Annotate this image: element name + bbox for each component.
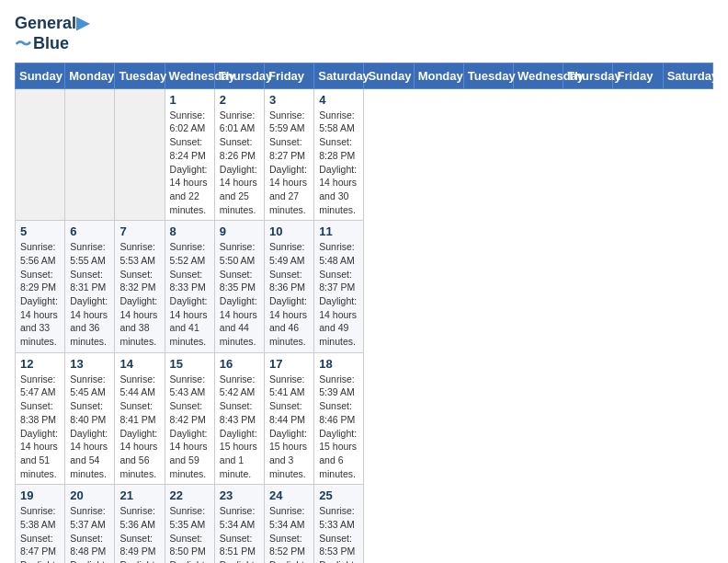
day-number: 7 xyxy=(119,224,159,238)
cell-content: Sunrise: 5:56 AM Sunset: 8:29 PM Dayligh… xyxy=(20,240,60,349)
cell-content: Sunrise: 5:47 AM Sunset: 8:38 PM Dayligh… xyxy=(20,373,60,481)
col-header-saturday: Saturday xyxy=(663,63,712,88)
calendar-cell: 6Sunrise: 5:55 AM Sunset: 8:31 PM Daylig… xyxy=(65,221,115,353)
cell-content: Sunrise: 5:41 AM Sunset: 8:44 PM Dayligh… xyxy=(269,373,309,481)
day-number: 9 xyxy=(220,224,259,238)
cell-content: Sunrise: 5:35 AM Sunset: 8:50 PM Dayligh… xyxy=(170,504,210,563)
col-header-friday: Friday xyxy=(613,63,663,88)
calendar-cell: 7Sunrise: 5:53 AM Sunset: 8:32 PM Daylig… xyxy=(115,221,165,353)
cell-content: Sunrise: 5:34 AM Sunset: 8:52 PM Dayligh… xyxy=(269,504,309,563)
cell-content: Sunrise: 5:36 AM Sunset: 8:49 PM Dayligh… xyxy=(119,504,159,563)
calendar-cell: 13Sunrise: 5:45 AM Sunset: 8:40 PM Dayli… xyxy=(65,352,115,485)
page-header: General▶ 〜 Blue xyxy=(15,15,713,55)
cell-content: Sunrise: 5:53 AM Sunset: 8:32 PM Dayligh… xyxy=(119,240,159,349)
logo-text: General▶ xyxy=(15,15,89,33)
logo-blue-text: Blue xyxy=(33,34,69,53)
day-number: 17 xyxy=(269,357,309,371)
day-number: 16 xyxy=(220,357,259,371)
day-number: 5 xyxy=(20,224,60,238)
cell-content: Sunrise: 5:58 AM Sunset: 8:28 PM Dayligh… xyxy=(319,109,358,217)
calendar-cell: 4Sunrise: 5:58 AM Sunset: 8:28 PM Daylig… xyxy=(314,88,364,221)
day-number: 22 xyxy=(170,488,210,502)
cell-content: Sunrise: 5:44 AM Sunset: 8:41 PM Dayligh… xyxy=(119,373,159,481)
calendar-cell: 18Sunrise: 5:39 AM Sunset: 8:46 PM Dayli… xyxy=(314,352,364,485)
header-saturday: Saturday xyxy=(314,63,364,88)
calendar-cell: 5Sunrise: 5:56 AM Sunset: 8:29 PM Daylig… xyxy=(16,221,65,353)
col-header-wednesday: Wednesday xyxy=(514,63,563,88)
day-number: 20 xyxy=(70,488,109,502)
week-row-3: 12Sunrise: 5:47 AM Sunset: 8:38 PM Dayli… xyxy=(16,352,713,485)
calendar-cell: 8Sunrise: 5:52 AM Sunset: 8:33 PM Daylig… xyxy=(165,221,214,353)
cell-content: Sunrise: 5:59 AM Sunset: 8:27 PM Dayligh… xyxy=(269,109,309,217)
calendar-header-row: SundayMondayTuesdayWednesdayThursdayFrid… xyxy=(16,63,713,88)
calendar-cell: 23Sunrise: 5:34 AM Sunset: 8:51 PM Dayli… xyxy=(214,485,264,563)
cell-content: Sunrise: 5:43 AM Sunset: 8:42 PM Dayligh… xyxy=(170,373,210,481)
day-number: 14 xyxy=(119,357,159,371)
header-tuesday: Tuesday xyxy=(115,63,165,88)
cell-content: Sunrise: 5:52 AM Sunset: 8:33 PM Dayligh… xyxy=(170,240,210,349)
calendar-cell: 10Sunrise: 5:49 AM Sunset: 8:36 PM Dayli… xyxy=(265,221,314,353)
calendar-cell xyxy=(65,88,115,221)
day-number: 21 xyxy=(119,488,159,502)
calendar-cell: 3Sunrise: 5:59 AM Sunset: 8:27 PM Daylig… xyxy=(265,88,314,221)
day-number: 10 xyxy=(269,224,309,238)
calendar-cell: 9Sunrise: 5:50 AM Sunset: 8:35 PM Daylig… xyxy=(214,221,264,353)
cell-content: Sunrise: 5:33 AM Sunset: 8:53 PM Dayligh… xyxy=(319,504,358,563)
cell-content: Sunrise: 5:48 AM Sunset: 8:37 PM Dayligh… xyxy=(319,240,358,349)
calendar-cell: 17Sunrise: 5:41 AM Sunset: 8:44 PM Dayli… xyxy=(265,352,314,485)
logo: General▶ 〜 Blue xyxy=(15,15,89,55)
cell-content: Sunrise: 5:42 AM Sunset: 8:43 PM Dayligh… xyxy=(220,373,259,481)
calendar-cell: 21Sunrise: 5:36 AM Sunset: 8:49 PM Dayli… xyxy=(115,485,165,563)
header-wednesday: Wednesday xyxy=(165,63,214,88)
day-number: 25 xyxy=(319,488,358,502)
day-number: 2 xyxy=(220,93,259,107)
calendar-cell: 12Sunrise: 5:47 AM Sunset: 8:38 PM Dayli… xyxy=(16,352,65,485)
day-number: 24 xyxy=(269,488,309,502)
day-number: 19 xyxy=(20,488,60,502)
cell-content: Sunrise: 5:34 AM Sunset: 8:51 PM Dayligh… xyxy=(220,504,259,563)
col-header-thursday: Thursday xyxy=(563,63,613,88)
col-header-tuesday: Tuesday xyxy=(463,63,513,88)
day-number: 12 xyxy=(20,357,60,371)
calendar-cell: 19Sunrise: 5:38 AM Sunset: 8:47 PM Dayli… xyxy=(16,485,65,563)
cell-content: Sunrise: 5:45 AM Sunset: 8:40 PM Dayligh… xyxy=(70,373,109,481)
logo-wave: 〜 xyxy=(15,33,31,55)
day-number: 8 xyxy=(170,224,210,238)
header-sunday: Sunday xyxy=(16,63,65,88)
cell-content: Sunrise: 6:01 AM Sunset: 8:26 PM Dayligh… xyxy=(220,109,259,217)
day-number: 11 xyxy=(319,224,358,238)
calendar-cell: 20Sunrise: 5:37 AM Sunset: 8:48 PM Dayli… xyxy=(65,485,115,563)
calendar-cell: 16Sunrise: 5:42 AM Sunset: 8:43 PM Dayli… xyxy=(214,352,264,485)
cell-content: Sunrise: 5:55 AM Sunset: 8:31 PM Dayligh… xyxy=(70,240,109,349)
day-number: 15 xyxy=(170,357,210,371)
cell-content: Sunrise: 6:02 AM Sunset: 8:24 PM Dayligh… xyxy=(170,109,210,217)
calendar-cell: 11Sunrise: 5:48 AM Sunset: 8:37 PM Dayli… xyxy=(314,221,364,353)
header-monday: Monday xyxy=(65,63,115,88)
day-number: 18 xyxy=(319,357,358,371)
day-number: 3 xyxy=(269,93,309,107)
calendar-table: SundayMondayTuesdayWednesdayThursdayFrid… xyxy=(15,63,713,563)
cell-content: Sunrise: 5:39 AM Sunset: 8:46 PM Dayligh… xyxy=(319,373,358,481)
week-row-4: 19Sunrise: 5:38 AM Sunset: 8:47 PM Dayli… xyxy=(16,485,713,563)
calendar-cell: 14Sunrise: 5:44 AM Sunset: 8:41 PM Dayli… xyxy=(115,352,165,485)
cell-content: Sunrise: 5:50 AM Sunset: 8:35 PM Dayligh… xyxy=(220,240,259,349)
col-header-sunday: Sunday xyxy=(364,63,414,88)
calendar-cell xyxy=(115,88,165,221)
cell-content: Sunrise: 5:38 AM Sunset: 8:47 PM Dayligh… xyxy=(20,504,60,563)
day-number: 23 xyxy=(220,488,259,502)
day-number: 6 xyxy=(70,224,109,238)
calendar-cell: 1Sunrise: 6:02 AM Sunset: 8:24 PM Daylig… xyxy=(165,88,214,221)
header-friday: Friday xyxy=(265,63,314,88)
week-row-2: 5Sunrise: 5:56 AM Sunset: 8:29 PM Daylig… xyxy=(16,221,713,353)
col-header-monday: Monday xyxy=(414,63,463,88)
calendar-cell: 22Sunrise: 5:35 AM Sunset: 8:50 PM Dayli… xyxy=(165,485,214,563)
cell-content: Sunrise: 5:37 AM Sunset: 8:48 PM Dayligh… xyxy=(70,504,109,563)
calendar-cell xyxy=(16,88,65,221)
header-thursday: Thursday xyxy=(214,63,264,88)
cell-content: Sunrise: 5:49 AM Sunset: 8:36 PM Dayligh… xyxy=(269,240,309,349)
calendar-cell: 24Sunrise: 5:34 AM Sunset: 8:52 PM Dayli… xyxy=(265,485,314,563)
day-number: 4 xyxy=(319,93,358,107)
day-number: 1 xyxy=(170,93,210,107)
calendar-cell: 25Sunrise: 5:33 AM Sunset: 8:53 PM Dayli… xyxy=(314,485,364,563)
calendar-cell: 2Sunrise: 6:01 AM Sunset: 8:26 PM Daylig… xyxy=(214,88,264,221)
